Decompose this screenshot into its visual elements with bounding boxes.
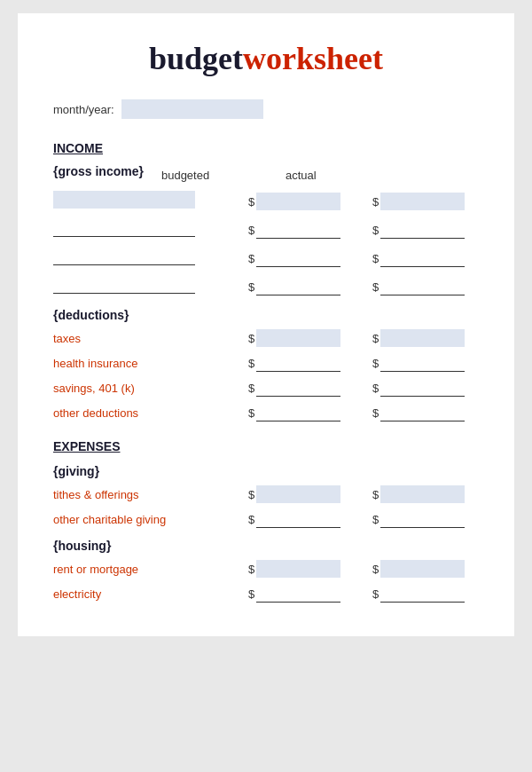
- tithes-actual-input[interactable]: [380, 485, 465, 503]
- rent-mortgage-actual: $: [372, 560, 479, 578]
- gross-name-2[interactable]: [53, 219, 195, 237]
- tithes-row: tithes & offerings $ $: [53, 485, 479, 503]
- budgeted-col-header: budgeted: [161, 169, 277, 182]
- gross-budgeted-3: $: [248, 249, 364, 267]
- health-insurance-actual: $: [372, 354, 479, 372]
- charitable-giving-actual: $: [372, 510, 479, 528]
- gross-actual-3: $: [372, 249, 479, 267]
- savings-budgeted: $: [248, 379, 364, 397]
- charitable-giving-budgeted-input[interactable]: [256, 510, 340, 528]
- other-deductions-label: other deductions: [53, 406, 248, 420]
- gross-name-4[interactable]: [53, 276, 195, 294]
- savings-actual: $: [372, 379, 479, 397]
- rent-mortgage-budgeted: $: [248, 560, 364, 578]
- health-insurance-row: health insurance $ $: [53, 354, 479, 372]
- housing-label: {housing}: [53, 539, 479, 553]
- title-budget: budget: [149, 41, 243, 76]
- charitable-giving-label: other charitable giving: [53, 513, 248, 526]
- electricity-actual-input[interactable]: [380, 585, 465, 603]
- health-insurance-budgeted: $: [248, 354, 364, 372]
- title-worksheet: worksheet: [243, 41, 383, 76]
- deductions-label: {deductions}: [53, 308, 479, 322]
- gross-actual-input-2[interactable]: [380, 221, 465, 239]
- savings-actual-input[interactable]: [380, 379, 465, 397]
- gross-row-2: $ $: [53, 219, 479, 240]
- taxes-actual-input[interactable]: [380, 329, 465, 347]
- gross-row-3: $ $: [53, 248, 479, 269]
- taxes-row: taxes $ $: [53, 329, 479, 347]
- electricity-label: electricity: [53, 587, 248, 601]
- electricity-row: electricity $ $: [53, 585, 479, 603]
- health-insurance-actual-input[interactable]: [380, 354, 465, 372]
- taxes-budgeted: $: [248, 329, 364, 347]
- page: budgetworksheet month/year: INCOME {gros…: [18, 13, 514, 636]
- rent-mortgage-row: rent or mortgage $ $: [53, 560, 479, 578]
- gross-actual-input-4[interactable]: [380, 278, 465, 295]
- giving-label: {giving}: [53, 464, 479, 478]
- month-year-row: month/year:: [53, 99, 479, 119]
- tithes-budgeted: $: [248, 485, 364, 503]
- electricity-budgeted: $: [248, 585, 364, 603]
- gross-actual-1: $: [372, 193, 479, 210]
- tithes-budgeted-input[interactable]: [256, 485, 340, 503]
- gross-budgeted-4: $: [248, 278, 364, 295]
- health-insurance-budgeted-input[interactable]: [256, 354, 340, 372]
- gross-income-header-row: {gross income} budgeted actual: [53, 164, 479, 185]
- gross-budgeted-input-4[interactable]: [256, 278, 340, 295]
- taxes-actual: $: [372, 329, 479, 347]
- taxes-budgeted-input[interactable]: [256, 329, 340, 347]
- gross-actual-input-1[interactable]: [380, 193, 465, 210]
- gross-name-1[interactable]: [53, 191, 195, 209]
- expenses-header: EXPENSES: [53, 439, 479, 453]
- tithes-actual: $: [372, 485, 479, 503]
- gross-row-4: $ $: [53, 276, 479, 297]
- other-deductions-actual: $: [372, 404, 479, 421]
- gross-budgeted-1: $: [248, 193, 364, 210]
- other-deductions-actual-input[interactable]: [380, 404, 465, 421]
- gross-row-1: $ $: [53, 191, 479, 212]
- rent-mortgage-label: rent or mortgage: [53, 563, 248, 576]
- charitable-giving-row: other charitable giving $ $: [53, 510, 479, 528]
- rent-mortgage-budgeted-input[interactable]: [256, 560, 340, 578]
- other-deductions-row: other deductions $ $: [53, 404, 479, 421]
- expenses-section: EXPENSES {giving} tithes & offerings $ $…: [53, 439, 479, 603]
- title-block: budgetworksheet: [53, 40, 479, 77]
- gross-budgeted-input-2[interactable]: [256, 221, 340, 239]
- savings-budgeted-input[interactable]: [256, 379, 340, 397]
- gross-actual-2: $: [372, 221, 479, 239]
- gross-budgeted-input-1[interactable]: [256, 193, 340, 210]
- gross-budgeted-input-3[interactable]: [256, 249, 340, 267]
- tithes-label: tithes & offerings: [53, 488, 248, 501]
- charitable-giving-budgeted: $: [248, 510, 364, 528]
- rent-mortgage-actual-input[interactable]: [380, 560, 465, 578]
- charitable-giving-actual-input[interactable]: [380, 510, 465, 528]
- income-header: INCOME: [53, 141, 479, 155]
- electricity-actual: $: [372, 585, 479, 603]
- actual-col-header: actual: [286, 169, 392, 182]
- other-deductions-budgeted-input[interactable]: [256, 404, 340, 421]
- health-insurance-label: health insurance: [53, 357, 248, 370]
- month-year-input[interactable]: [121, 99, 263, 119]
- gross-name-3[interactable]: [53, 248, 195, 265]
- other-deductions-budgeted: $: [248, 404, 364, 421]
- savings-row: savings, 401 (k) $ $: [53, 379, 479, 397]
- gross-budgeted-2: $: [248, 221, 364, 239]
- electricity-budgeted-input[interactable]: [256, 585, 340, 603]
- gross-income-label: {gross income}: [53, 164, 144, 178]
- savings-label: savings, 401 (k): [53, 382, 248, 395]
- income-section: INCOME {gross income} budgeted actual $ …: [53, 141, 479, 421]
- gross-actual-input-3[interactable]: [380, 249, 465, 267]
- month-year-label: month/year:: [53, 103, 114, 116]
- taxes-label: taxes: [53, 332, 248, 345]
- gross-actual-4: $: [372, 278, 479, 295]
